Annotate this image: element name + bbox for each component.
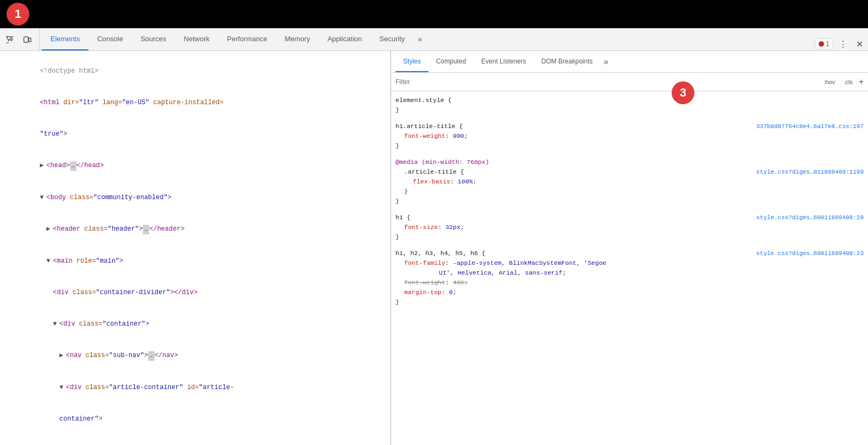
tab-console[interactable]: Console <box>88 28 132 50</box>
tab-performance[interactable]: Performance <box>218 28 276 50</box>
tab-application[interactable]: Application <box>319 28 371 50</box>
dom-line[interactable]: ▶<header class="header">…</header> <box>0 213 390 245</box>
dom-line[interactable]: ▶<section class="article-sidebar">…</sec… <box>0 435 390 445</box>
css-rule-h1-article-title: h1.article-title { 337b8d07764c8e4…6a17e… <box>395 122 864 151</box>
dom-line[interactable]: ▼<body class="community-enabled"> <box>0 182 390 213</box>
strikethrough-value: 400 <box>453 279 464 286</box>
badge-1: 1 <box>7 3 29 26</box>
dom-line[interactable]: "true"> <box>0 118 390 150</box>
dom-line[interactable]: <html dir="ltr" lang="en-US" capture-ins… <box>0 87 390 118</box>
error-badge[interactable]: 1 <box>815 39 833 49</box>
tab-more[interactable]: » <box>413 28 426 50</box>
tab-elements[interactable]: Elements <box>42 28 88 50</box>
tab-sources[interactable]: Sources <box>132 28 175 50</box>
css-rule-headings: h1, h2, h3, h4, h5, h6 { style.css?diges… <box>395 249 864 307</box>
dom-line[interactable]: container"> <box>0 403 390 435</box>
inspect-element-icon[interactable] <box>2 32 17 47</box>
top-bar: 1 <box>0 0 868 28</box>
tabs-list: Elements Console Sources Network Perform… <box>42 28 426 50</box>
cls-button[interactable]: .cls <box>841 77 856 87</box>
tab-styles[interactable]: Styles <box>395 51 429 72</box>
dom-line[interactable]: ▼<main role="main"> <box>0 245 390 277</box>
tab-bar-right: 1 ⋮ ✕ <box>815 37 866 50</box>
main-content: <!doctype html> <html dir="ltr" lang="en… <box>0 51 868 445</box>
css-rule-media: @media (min-width: 768px) .article-title… <box>395 157 864 206</box>
tab-security[interactable]: Security <box>371 28 413 50</box>
error-dot <box>819 41 824 47</box>
styles-tab-bar: Styles Computed Event Listeners DOM Brea… <box>391 51 868 73</box>
tab-event-listeners[interactable]: Event Listeners <box>474 51 534 72</box>
filter-buttons: :hov .cls + <box>821 77 864 87</box>
css-source-media-link[interactable]: style.css?diges…011889409:1199 <box>756 167 864 177</box>
tab-computed[interactable]: Computed <box>429 51 474 72</box>
dom-line[interactable]: ▶<nav class="sub-nav">…</nav> <box>0 340 390 372</box>
svg-rect-0 <box>7 42 9 43</box>
css-source-h1-link[interactable]: style.css?diges…60011889409:29 <box>756 213 864 223</box>
badge-3: 3 <box>672 81 694 104</box>
tab-network[interactable]: Network <box>175 28 219 50</box>
dom-line[interactable]: <div class="container-divider"></div> <box>0 277 390 308</box>
css-source-headings-link[interactable]: style.css?diges…60011889409:23 <box>756 249 864 258</box>
close-devtools-button[interactable]: ✕ <box>853 37 866 50</box>
svg-rect-1 <box>24 37 28 42</box>
filter-bar: :hov .cls + <box>391 73 868 91</box>
hov-button[interactable]: :hov <box>821 77 838 87</box>
styles-tab-more[interactable]: » <box>600 51 611 72</box>
filter-input[interactable] <box>395 78 819 86</box>
css-rule-h1: h1 { style.css?diges…60011889409:29 font… <box>395 213 864 242</box>
css-source-link[interactable]: 337b8d07764c8e4…6a17e8.css:197 <box>756 122 864 131</box>
device-toolbar-icon[interactable] <box>20 32 35 47</box>
svg-rect-2 <box>29 38 31 42</box>
tab-bar: Elements Console Sources Network Perform… <box>0 28 868 51</box>
css-rule-element-style: element.style { } <box>395 96 864 115</box>
tab-dom-breakpoints[interactable]: DOM Breakpoints <box>534 51 601 72</box>
tab-bar-left <box>2 28 40 50</box>
more-menu-button[interactable]: ⋮ <box>837 37 850 50</box>
dom-panel[interactable]: <!doctype html> <html dir="ltr" lang="en… <box>0 51 391 445</box>
devtools-container: Elements Console Sources Network Perform… <box>0 28 868 445</box>
tab-memory[interactable]: Memory <box>276 28 319 50</box>
dom-line[interactable]: ▼<div class="article-container" id="arti… <box>0 372 390 403</box>
rules-area[interactable]: element.style { } h1.article-title { 337… <box>391 91 868 445</box>
styles-panel: 3 Styles Computed Event Listeners DOM Br… <box>391 51 868 445</box>
add-style-button[interactable]: + <box>859 78 864 86</box>
dom-line[interactable]: <!doctype html> <box>0 55 390 87</box>
dom-line[interactable]: ▶<head>…</head> <box>0 150 390 182</box>
dom-line[interactable]: ▼<div class="container"> <box>0 308 390 340</box>
